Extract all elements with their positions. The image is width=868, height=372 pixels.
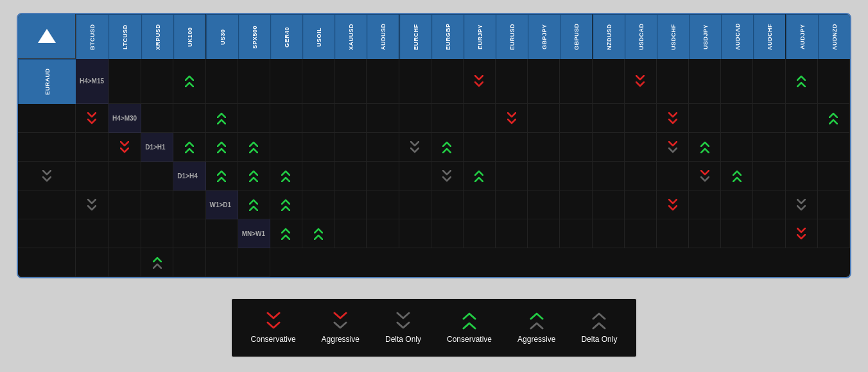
data-cell: [238, 59, 270, 104]
data-cell: [528, 133, 560, 162]
data-cell: [464, 162, 496, 190]
legend-item-conservative-down: Conservative: [251, 312, 296, 344]
data-cell: [753, 190, 785, 219]
legend-item-delta-only-up: Delta Only: [581, 312, 617, 344]
legend-item-aggressive-down: Aggressive: [322, 312, 360, 344]
data-cell: [528, 190, 560, 219]
data-cell: [528, 59, 560, 104]
legend-panel: ConservativeAggressiveDelta OnlyConserva…: [230, 298, 638, 358]
data-cell: [721, 190, 753, 219]
data-cell: [496, 104, 528, 133]
data-cell: [18, 133, 76, 162]
data-cell: [18, 162, 76, 190]
col-header-eurchf: EURCHF: [399, 14, 431, 59]
row-label-d1-h4: D1>H4: [173, 162, 205, 190]
data-cell: [560, 219, 592, 248]
data-cell: [625, 190, 657, 219]
data-cell: [818, 104, 850, 133]
data-cell: [818, 190, 850, 219]
row-label-mn-w1: MN>W1: [238, 219, 270, 248]
data-cell: [496, 133, 528, 162]
col-header-audnzd: AUDNZD: [818, 14, 850, 59]
data-cell: [464, 59, 496, 104]
data-cell: [818, 133, 850, 162]
data-cell: [593, 59, 625, 104]
col-header-us30: US30: [206, 14, 238, 59]
row-label-w1-d1: W1>D1: [206, 190, 238, 219]
data-cell: [721, 133, 753, 162]
data-cell: [593, 133, 625, 162]
data-cell: [108, 248, 141, 277]
col-header-usoil: USOIL: [302, 14, 334, 59]
col-header-eurusd: EURUSD: [496, 14, 528, 59]
legend-label: Delta Only: [385, 335, 421, 344]
data-cell: [238, 162, 270, 190]
data-cell: [141, 219, 173, 248]
legend-item-conservative-up: Conservative: [447, 312, 492, 344]
data-cell: [657, 104, 689, 133]
data-cell: [593, 104, 625, 133]
data-cell: [625, 133, 657, 162]
data-cell: [76, 190, 108, 219]
data-cell: [528, 219, 560, 248]
data-cell: [464, 104, 496, 133]
data-cell: [334, 133, 367, 162]
data-cell: [753, 104, 785, 133]
data-cell: [367, 162, 399, 190]
data-cell: [173, 59, 205, 104]
legend-item-aggressive-up: Aggressive: [517, 312, 555, 344]
data-cell: [496, 190, 528, 219]
data-cell: [786, 162, 818, 190]
logo-cell: [18, 14, 76, 59]
row-label-d1-h1: D1>H1: [141, 133, 173, 162]
data-cell: [302, 190, 334, 219]
data-cell: [818, 219, 850, 248]
data-cell: [238, 248, 270, 277]
col-header-usdjpy: USDJPY: [689, 14, 721, 59]
data-cell: [76, 104, 108, 133]
data-cell: [173, 248, 205, 277]
data-cell: [173, 133, 205, 162]
data-cell: [206, 219, 238, 248]
data-cell: [238, 190, 270, 219]
data-cell: [593, 190, 625, 219]
data-cell: [334, 162, 367, 190]
data-cell: [753, 162, 785, 190]
data-cell: [206, 133, 238, 162]
data-cell: [76, 219, 108, 248]
data-cell: [464, 219, 496, 248]
data-cell: [206, 248, 238, 277]
data-cell: [399, 219, 431, 248]
data-cell: [818, 162, 850, 190]
data-cell: [786, 104, 818, 133]
data-cell: [753, 219, 785, 248]
data-cell: [302, 162, 334, 190]
data-cell: [625, 162, 657, 190]
col-header-gbpjpy: GBPJPY: [528, 14, 560, 59]
data-cell: [108, 219, 141, 248]
data-cell: [108, 162, 141, 190]
data-cell: [753, 133, 785, 162]
data-cell: [173, 104, 205, 133]
data-cell: [496, 162, 528, 190]
data-cell: [560, 190, 592, 219]
col-header-nzdusd: NZDUSD: [593, 14, 625, 59]
data-cell: [367, 219, 399, 248]
data-cell: [76, 162, 108, 190]
data-cell: [238, 104, 270, 133]
col-header-audchf: AUDCHF: [753, 14, 785, 59]
legend-label: Conservative: [447, 335, 492, 344]
data-cell: [108, 190, 141, 219]
data-cell: [399, 190, 431, 219]
legend-label: Delta Only: [581, 335, 617, 344]
data-cell: [786, 133, 818, 162]
data-cell: [560, 133, 592, 162]
data-cell: [270, 190, 302, 219]
data-cell: [18, 248, 76, 277]
data-cell: [657, 219, 689, 248]
data-cell: [173, 190, 205, 219]
data-cell: [431, 133, 464, 162]
data-cell: [753, 59, 785, 104]
data-cell: [593, 219, 625, 248]
legend-item-delta-only-down: Delta Only: [385, 312, 421, 344]
